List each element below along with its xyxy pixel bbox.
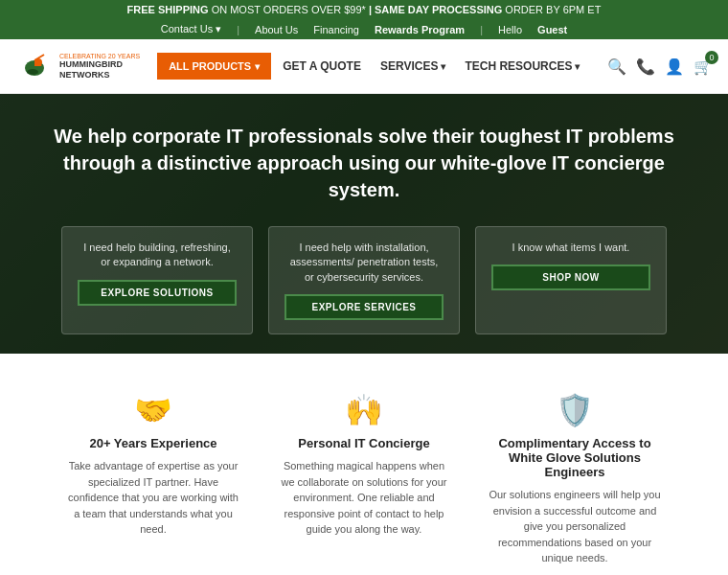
hero-section: We help corporate IT professionals solve… bbox=[0, 94, 728, 354]
all-products-chevron: ▾ bbox=[255, 61, 260, 72]
rewards-link[interactable]: Rewards Program bbox=[375, 24, 465, 35]
all-products-label: ALL PRODUCTS bbox=[169, 60, 251, 72]
hero-card-2-text: I know what items I want. bbox=[512, 241, 630, 255]
shop-now-button[interactable]: SHOP NOW bbox=[491, 264, 650, 290]
free-shipping-label: FREE SHIPPING bbox=[127, 4, 209, 15]
guest-label: Guest bbox=[537, 24, 567, 35]
hero-card-0: I need help building, refreshing, or exp… bbox=[61, 226, 253, 334]
contact-us-link[interactable]: Contact Us ▾ bbox=[161, 23, 221, 35]
concierge-title: Personal IT Concierge bbox=[278, 436, 450, 450]
engineers-desc: Our solutions engineers will help you en… bbox=[489, 487, 661, 566]
nav-icons: 🔍 📞 👤 🛒 0 bbox=[607, 57, 713, 76]
hero-card-2: I know what items I want. SHOP NOW bbox=[475, 226, 667, 334]
services-label: SERVICES bbox=[380, 59, 438, 73]
account-icon[interactable]: 👤 bbox=[665, 57, 684, 76]
engineers-icon: 🛡️ bbox=[489, 392, 661, 428]
hero-title: We help corporate IT professionals solve… bbox=[38, 123, 690, 203]
cart-badge: 0 bbox=[705, 51, 718, 64]
about-us-link[interactable]: About Us bbox=[255, 24, 298, 35]
hero-card-1: I need help with installation, assessmen… bbox=[268, 226, 460, 334]
cart-wrapper[interactable]: 🛒 0 bbox=[694, 57, 713, 76]
feature-concierge: 🙌 Personal IT Concierge Something magica… bbox=[259, 382, 469, 575]
same-day-label: SAME DAY PROCESSING bbox=[375, 4, 502, 15]
experience-desc: Take advantage of expertise as your spec… bbox=[67, 458, 239, 538]
concierge-desc: Something magical happens when we collab… bbox=[278, 458, 450, 538]
experience-icon: 🤝 bbox=[67, 392, 239, 428]
features-section: 🤝 20+ Years Experience Take advantage of… bbox=[0, 354, 728, 575]
financing-link[interactable]: Financing bbox=[313, 24, 359, 35]
logo-name: HUMMINGBIRDNETWORKS bbox=[59, 59, 140, 80]
feature-engineers: 🛡️ Complimentary Access to White Glove S… bbox=[469, 382, 680, 575]
nav-items: ALL PRODUCTS ▾ GET A QUOTE SERVICES ▾ TE… bbox=[157, 52, 600, 80]
hero-content: We help corporate IT professionals solve… bbox=[38, 123, 690, 334]
logo-celebrating: CELEBRATING 20 YEARS bbox=[59, 53, 140, 59]
hero-card-0-text: I need help building, refreshing, or exp… bbox=[78, 241, 237, 270]
logo-icon bbox=[15, 47, 54, 85]
main-nav: CELEBRATING 20 YEARS HUMMINGBIRDNETWORKS… bbox=[0, 39, 728, 94]
tech-resources-label: TECH RESOURCES bbox=[465, 59, 572, 73]
hello-label: Hello bbox=[498, 24, 522, 35]
second-bar: Contact Us ▾ | About Us Financing Reward… bbox=[0, 19, 728, 39]
tech-resources-chevron: ▾ bbox=[575, 61, 580, 72]
feature-experience: 🤝 20+ Years Experience Take advantage of… bbox=[48, 382, 259, 575]
get-a-quote-label: GET A QUOTE bbox=[283, 59, 361, 73]
free-shipping-text: ON MOST ORDERS OVER $99* bbox=[212, 4, 369, 15]
logo[interactable]: CELEBRATING 20 YEARS HUMMINGBIRDNETWORKS bbox=[15, 47, 140, 85]
get-a-quote-link[interactable]: GET A QUOTE bbox=[275, 52, 369, 80]
concierge-icon: 🙌 bbox=[278, 392, 450, 428]
same-day-text: ORDER BY 6PM ET bbox=[505, 4, 601, 15]
svg-point-3 bbox=[27, 69, 38, 75]
search-icon[interactable]: 🔍 bbox=[607, 57, 626, 76]
separator-2: | bbox=[480, 24, 483, 35]
top-banner: FREE SHIPPING ON MOST ORDERS OVER $99* |… bbox=[0, 0, 728, 19]
experience-title: 20+ Years Experience bbox=[67, 436, 239, 450]
hero-card-1-text: I need help with installation, assessmen… bbox=[284, 241, 444, 285]
services-link[interactable]: SERVICES ▾ bbox=[373, 52, 453, 80]
tech-resources-link[interactable]: TECH RESOURCES ▾ bbox=[457, 52, 587, 80]
hero-cards: I need help building, refreshing, or exp… bbox=[38, 226, 690, 334]
engineers-title: Complimentary Access to White Glove Solu… bbox=[489, 436, 661, 479]
separator-1: | bbox=[237, 24, 239, 35]
explore-solutions-button[interactable]: EXPLORE SOLUTIONS bbox=[78, 280, 237, 306]
all-products-button[interactable]: ALL PRODUCTS ▾ bbox=[157, 53, 271, 80]
services-chevron: ▾ bbox=[441, 61, 445, 72]
phone-icon[interactable]: 📞 bbox=[636, 57, 655, 76]
explore-services-button[interactable]: EXPLORE SERVICES bbox=[284, 294, 444, 320]
separator: | bbox=[369, 4, 372, 15]
